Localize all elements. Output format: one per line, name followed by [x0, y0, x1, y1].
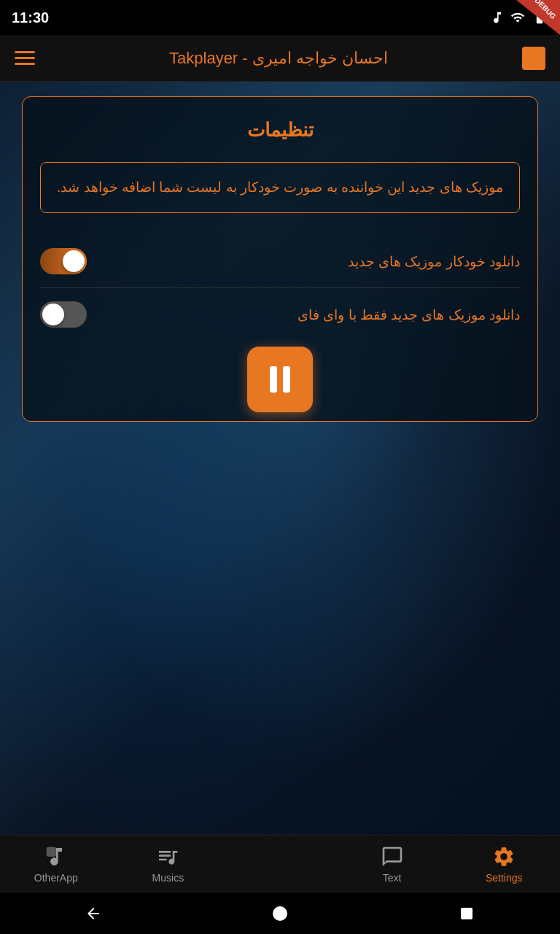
toggle-row-auto-download: دانلود خودکار موزیک های جدید — [40, 235, 520, 287]
nav-label-text: Text — [383, 872, 402, 884]
music-note-icon — [490, 10, 505, 25]
text-icon — [381, 845, 404, 868]
recents-icon — [459, 906, 475, 922]
settings-card: تنظیمات موزیک های جدید این خواننده به صو… — [22, 96, 538, 422]
stop-button[interactable] — [522, 47, 545, 70]
settings-title: تنظیمات — [40, 119, 520, 142]
home-button[interactable] — [264, 898, 296, 930]
back-icon — [85, 905, 102, 922]
hamburger-menu-button[interactable] — [15, 51, 35, 65]
toggle-label-auto-download: دانلود خودکار موزیک های جدید — [348, 253, 520, 270]
other-app-icon — [44, 845, 68, 868]
toggle-wifi-only[interactable] — [40, 301, 87, 328]
svg-point-1 — [273, 906, 287, 921]
bottom-nav: OtherApp Musics Text Settings — [0, 835, 560, 893]
toggle-label-wifi-only: دانلود موزیک های جدید فقط با وای فای — [298, 306, 520, 323]
nav-label-musics: Musics — [152, 872, 184, 884]
nav-label-other-app: OtherApp — [34, 872, 78, 884]
pause-bar-left — [270, 366, 277, 393]
system-nav-bar — [0, 893, 560, 934]
info-box: موزیک های جدید این خواننده به صورت خودکا… — [40, 162, 520, 213]
play-pause-button[interactable] — [247, 347, 313, 412]
info-box-text: موزیک های جدید این خواننده به صورت خودکا… — [57, 180, 503, 195]
nav-label-settings: Settings — [486, 872, 523, 884]
toggle-auto-download[interactable] — [40, 248, 87, 274]
nav-item-musics[interactable]: Musics — [112, 835, 225, 893]
recents-button[interactable] — [451, 898, 483, 930]
main-content: تنظیمات موزیک های جدید این خواننده به صو… — [0, 82, 560, 835]
svg-rect-0 — [46, 847, 55, 857]
settings-icon — [492, 845, 516, 868]
status-time: 11:30 — [12, 9, 49, 26]
svg-rect-2 — [461, 908, 472, 919]
back-button[interactable] — [77, 898, 109, 930]
nav-item-settings[interactable]: Settings — [448, 835, 560, 893]
play-pause-container — [247, 347, 313, 412]
pause-icon — [270, 366, 290, 393]
home-icon — [272, 906, 288, 922]
nav-item-text[interactable]: Text — [336, 835, 448, 893]
nav-item-other-app[interactable]: OtherApp — [0, 835, 112, 893]
toggle-row-wifi-only: دانلود موزیک های جدید فقط با وای فای — [40, 287, 520, 341]
pause-bar-right — [283, 366, 290, 393]
toolbar: احسان خواجه امیری - Takplayer — [0, 35, 560, 82]
musics-icon — [156, 845, 179, 868]
toolbar-title: احسان خواجه امیری - Takplayer — [169, 49, 388, 68]
status-bar: 11:30 DEBUG — [0, 0, 560, 35]
wifi-icon — [510, 10, 525, 25]
